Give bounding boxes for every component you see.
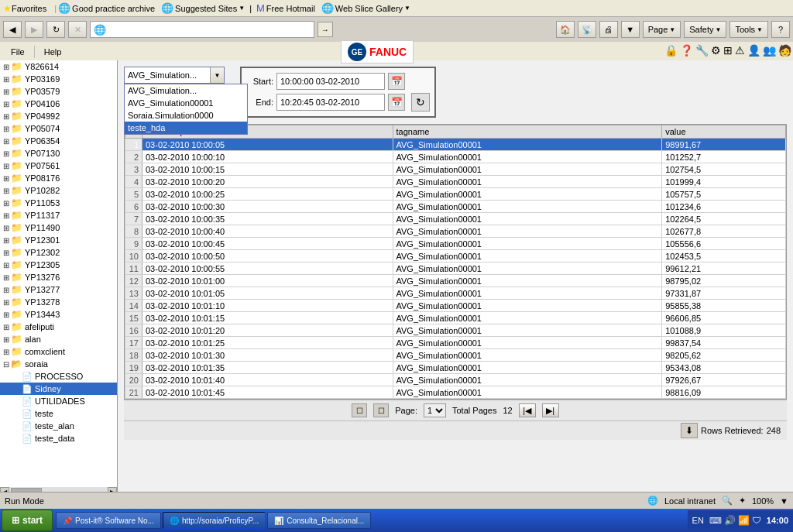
tree-expand-comxclient[interactable]: ⊞ — [2, 347, 11, 356]
warning-icon[interactable]: ⚠ — [735, 44, 745, 57]
tree-expand-YP12302[interactable]: ⊞ — [2, 248, 11, 257]
refresh-button[interactable]: ↻ — [411, 93, 430, 112]
page-select[interactable]: 1 — [424, 403, 446, 417]
table-row[interactable]: 603-02-2010 10:00:30AVG_Simulation000011… — [125, 201, 786, 213]
tree-expand-YP03579[interactable]: ⊞ — [2, 87, 11, 96]
tree-item-afeliputi[interactable]: ⊞📁afeliputi — [0, 321, 117, 333]
file-menu[interactable]: File — [5, 46, 31, 58]
table-row[interactable]: 1603-02-2010 10:01:20AVG_Simulation00001… — [125, 324, 786, 337]
start-field[interactable]: 10:00:00 03-02-2010 — [276, 73, 385, 90]
web-slice-dropdown-arrow[interactable]: ▼ — [404, 5, 410, 12]
web-slice-link[interactable]: Web Slice Gallery — [335, 4, 403, 13]
tree-item-YP13443[interactable]: ⊞📁YP13443 — [0, 308, 117, 321]
tree-expand-Y826614[interactable]: ⊞ — [2, 62, 11, 71]
tree-item-teste_data[interactable]: 📄teste_data — [0, 432, 117, 444]
tree-item-Y826614[interactable]: ⊞📁Y826614 — [0, 60, 117, 73]
back-button[interactable]: ◀ — [3, 21, 22, 38]
tree-expand-YP04106[interactable]: ⊞ — [2, 99, 11, 108]
tree-item-YP04992[interactable]: ⊞📁YP04992 — [0, 110, 117, 122]
printer-dropdown[interactable]: ▼ — [621, 21, 640, 38]
safety-menu[interactable]: Safety▼ — [684, 21, 726, 38]
tree-expand-YP13276[interactable]: ⊞ — [2, 273, 11, 282]
forward-button[interactable]: ▶ — [25, 21, 43, 38]
tree-item-PROCESSO[interactable]: 📄PROCESSO — [0, 370, 117, 383]
dropdown-item-0[interactable]: AVG_Simulation... — [125, 84, 247, 97]
suggested-sites-link[interactable]: Suggested Sites — [175, 4, 237, 13]
table-row[interactable]: 503-02-2010 10:00:25AVG_Simulation000011… — [125, 188, 786, 201]
table-row[interactable]: 2103-02-2010 10:01:45AVG_Simulation00001… — [125, 386, 786, 399]
favorites-label[interactable]: Favorites — [12, 4, 46, 13]
dropdown-item-3[interactable]: teste_hda — [125, 122, 247, 134]
person2-icon[interactable]: 👥 — [763, 44, 776, 57]
tag-dropdown[interactable]: AVG_Simulation... ▼ — [124, 67, 225, 84]
first-page-btn[interactable]: |◀ — [519, 403, 536, 417]
table-row[interactable]: 1503-02-2010 10:01:15AVG_Simulation00001… — [125, 312, 786, 324]
tree-expand-YP10282[interactable]: ⊞ — [2, 186, 11, 195]
tree-expand-YP11053[interactable]: ⊞ — [2, 198, 11, 208]
free-hotmail-link[interactable]: Free Hotmail — [266, 4, 315, 13]
tree-expand-YP13278[interactable]: ⊞ — [2, 297, 11, 307]
tree-expand-YP13277[interactable]: ⊞ — [2, 285, 11, 294]
end-calendar-icon[interactable]: 📅 — [388, 94, 405, 111]
tree-item-YP13276[interactable]: ⊞📁YP13276 — [0, 271, 117, 283]
tree-item-YP11053[interactable]: ⊞📁YP11053 — [0, 197, 117, 209]
table-row[interactable]: 103-02-2010 10:00:05AVG_Simulation000019… — [125, 139, 786, 151]
tree-expand-YP06354[interactable]: ⊞ — [2, 136, 11, 146]
table-row[interactable]: 1703-02-2010 10:01:25AVG_Simulation00001… — [125, 337, 786, 349]
tree-expand-YP13443[interactable]: ⊞ — [2, 310, 11, 319]
tree-item-YP13278[interactable]: ⊞📁YP13278 — [0, 296, 117, 308]
table-row[interactable]: 303-02-2010 10:00:15AVG_Simulation000011… — [125, 163, 786, 176]
tree-scroll[interactable]: ⊞📁Y826614⊞📁YP03169⊞📁YP03579⊞📁YP04106⊞📁YP… — [0, 60, 117, 487]
help-button[interactable]: ? — [771, 21, 790, 38]
refresh-button[interactable]: ↻ — [46, 21, 65, 38]
feeds-button[interactable]: 📡 — [578, 21, 596, 38]
tree-expand-YP11317[interactable]: ⊞ — [2, 211, 11, 220]
print-button[interactable]: 🖨 — [599, 21, 618, 38]
antivirus-icon[interactable]: 🛡 — [752, 515, 761, 526]
dropdown-item-1[interactable]: AVG_Simulation00001 — [125, 97, 247, 109]
tree-expand-YP07130[interactable]: ⊞ — [2, 149, 11, 158]
tree-expand-YP03169[interactable]: ⊞ — [2, 74, 11, 84]
tree-expand-YP12305[interactable]: ⊞ — [2, 260, 11, 269]
person1-icon[interactable]: 👤 — [747, 44, 760, 57]
question-icon[interactable]: ❓ — [680, 44, 693, 57]
tag-dropdown-btn[interactable]: ▼ — [210, 67, 224, 83]
tree-item-YP11490[interactable]: ⊞📁YP11490 — [0, 221, 117, 234]
table-row[interactable]: 1403-02-2010 10:01:10AVG_Simulation00001… — [125, 300, 786, 312]
table-row[interactable]: 403-02-2010 10:00:20AVG_Simulation000011… — [125, 176, 786, 188]
go-button[interactable]: → — [318, 22, 333, 37]
tree-expand-YP08176[interactable]: ⊞ — [2, 173, 11, 183]
tree-item-YP12301[interactable]: ⊞📁YP12301 — [0, 234, 117, 246]
lock-icon[interactable]: 🔒 — [664, 44, 678, 57]
tree-expand-YP05074[interactable]: ⊞ — [2, 124, 11, 133]
speaker-icon[interactable]: 🔊 — [724, 515, 736, 526]
tree-item-UTILIDADES[interactable]: 📄UTILIDADES — [0, 395, 117, 407]
table-row[interactable]: 903-02-2010 10:00:45AVG_Simulation000011… — [125, 238, 786, 250]
tree-item-YP03169[interactable]: ⊞📁YP03169 — [0, 73, 117, 85]
start-calendar-icon[interactable]: 📅 — [388, 73, 405, 90]
pagination-checkbox2[interactable]: ☐ — [373, 403, 389, 417]
tree-expand-YP04992[interactable]: ⊞ — [2, 112, 11, 121]
tree-item-YP07561[interactable]: ⊞📁YP07561 — [0, 160, 117, 172]
table-row[interactable]: 203-02-2010 10:00:10AVG_Simulation000011… — [125, 151, 786, 163]
tree-expand-YP12301[interactable]: ⊞ — [2, 235, 11, 245]
tree-item-teste_alan[interactable]: 📄teste_alan — [0, 420, 117, 432]
tree-item-YP12302[interactable]: ⊞📁YP12302 — [0, 246, 117, 259]
tree-item-YP04106[interactable]: ⊞📁YP04106 — [0, 98, 117, 110]
grid-icon[interactable]: ⊞ — [723, 44, 733, 57]
table-row[interactable]: 803-02-2010 10:00:40AVG_Simulation000011… — [125, 225, 786, 238]
tree-item-teste[interactable]: 📄teste — [0, 407, 117, 420]
tree-item-YP11317[interactable]: ⊞📁YP11317 — [0, 209, 117, 221]
last-page-btn[interactable]: ▶| — [542, 403, 559, 417]
tools-menu[interactable]: Tools▼ — [729, 21, 768, 38]
tree-item-YP10282[interactable]: ⊞📁YP10282 — [0, 184, 117, 197]
page-menu[interactable]: Page▼ — [643, 21, 681, 38]
tree-expand-soraia[interactable]: ⊟ — [2, 359, 11, 369]
tree-item-alan[interactable]: ⊞📁alan — [0, 333, 117, 345]
pagination-checkbox1[interactable]: ☐ — [352, 403, 367, 417]
export-button[interactable]: ⬇ — [681, 423, 698, 438]
taskbar-item-0[interactable]: 📌 Post-it® Software No... — [56, 512, 161, 529]
home-button[interactable]: 🏠 — [556, 21, 575, 38]
wrench-icon[interactable]: 🔧 — [695, 44, 709, 57]
tree-expand-alan[interactable]: ⊞ — [2, 335, 11, 344]
